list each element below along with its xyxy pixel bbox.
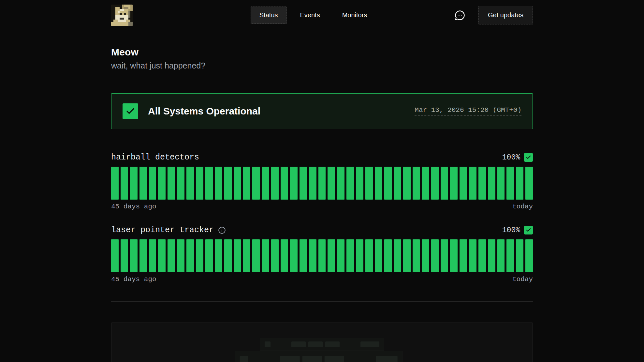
uptime-bar[interactable] <box>111 239 119 272</box>
uptime-bar[interactable] <box>441 167 448 200</box>
uptime-bar[interactable] <box>281 239 288 272</box>
uptime-bar[interactable] <box>186 239 194 272</box>
uptime-bar[interactable] <box>205 167 213 200</box>
uptime-bar[interactable] <box>394 167 401 200</box>
uptime-bar[interactable] <box>403 239 411 272</box>
tab-events[interactable]: Events <box>291 7 329 24</box>
uptime-bar[interactable] <box>497 167 505 200</box>
uptime-bar[interactable] <box>243 239 250 272</box>
uptime-bar[interactable] <box>262 167 269 200</box>
uptime-bar[interactable] <box>196 167 203 200</box>
uptime-bar[interactable] <box>149 167 156 200</box>
preview-pill <box>325 356 344 362</box>
uptime-bar[interactable] <box>497 239 505 272</box>
uptime-bar[interactable] <box>205 239 213 272</box>
uptime-bar[interactable] <box>346 167 354 200</box>
uptime-bar[interactable] <box>121 167 128 200</box>
uptime-bar[interactable] <box>488 239 495 272</box>
uptime-bar[interactable] <box>290 239 298 272</box>
uptime-bar[interactable] <box>413 167 420 200</box>
uptime-bar[interactable] <box>300 239 307 272</box>
uptime-bar[interactable] <box>300 167 307 200</box>
uptime-bar[interactable] <box>196 239 203 272</box>
uptime-bar[interactable] <box>460 239 467 272</box>
uptime-bar[interactable] <box>130 239 138 272</box>
uptime-bar[interactable] <box>422 167 429 200</box>
uptime-bar[interactable] <box>318 239 326 272</box>
uptime-bar[interactable] <box>168 167 175 200</box>
uptime-bar[interactable] <box>224 167 232 200</box>
uptime-bar[interactable] <box>139 239 147 272</box>
uptime-bar[interactable] <box>450 167 458 200</box>
uptime-bar[interactable] <box>318 167 326 200</box>
uptime-bar[interactable] <box>252 239 260 272</box>
uptime-bar[interactable] <box>506 239 514 272</box>
uptime-bar[interactable] <box>516 167 523 200</box>
uptime-bar[interactable] <box>130 167 138 200</box>
info-icon[interactable] <box>218 226 226 234</box>
tab-monitors[interactable]: Monitors <box>333 7 376 24</box>
uptime-bar[interactable] <box>234 167 241 200</box>
uptime-bar[interactable] <box>516 239 523 272</box>
status-timestamp[interactable]: Mar 13, 2026 15:20 (GMT+0) <box>415 106 521 116</box>
check-icon <box>123 103 138 119</box>
uptime-bar[interactable] <box>158 239 166 272</box>
uptime-bar[interactable] <box>384 167 392 200</box>
uptime-bar[interactable] <box>525 167 533 200</box>
uptime-bar[interactable] <box>478 167 486 200</box>
uptime-bar[interactable] <box>413 239 420 272</box>
uptime-bar[interactable] <box>149 239 156 272</box>
uptime-bar[interactable] <box>139 167 147 200</box>
tab-status[interactable]: Status <box>251 7 287 24</box>
uptime-bar[interactable] <box>488 167 495 200</box>
uptime-bar[interactable] <box>478 239 486 272</box>
uptime-bar[interactable] <box>365 239 373 272</box>
uptime-bar[interactable] <box>177 239 184 272</box>
uptime-bar[interactable] <box>403 167 411 200</box>
uptime-bar[interactable] <box>281 167 288 200</box>
uptime-bar[interactable] <box>234 239 241 272</box>
uptime-bar[interactable] <box>441 239 448 272</box>
uptime-bar[interactable] <box>271 167 279 200</box>
uptime-bar[interactable] <box>469 167 476 200</box>
uptime-bar[interactable] <box>271 239 279 272</box>
uptime-bar[interactable] <box>375 239 382 272</box>
cat-logo[interactable] <box>111 5 133 26</box>
uptime-bar[interactable] <box>356 167 363 200</box>
uptime-bar[interactable] <box>215 239 222 272</box>
uptime-bar[interactable] <box>158 167 166 200</box>
uptime-bar[interactable] <box>290 167 298 200</box>
uptime-bar[interactable] <box>121 239 128 272</box>
uptime-bar[interactable] <box>337 167 344 200</box>
uptime-bar[interactable] <box>394 239 401 272</box>
uptime-bar[interactable] <box>111 167 119 200</box>
uptime-bar[interactable] <box>431 167 439 200</box>
uptime-bar[interactable] <box>309 239 316 272</box>
uptime-bar[interactable] <box>262 239 269 272</box>
uptime-bar[interactable] <box>469 239 476 272</box>
uptime-bar[interactable] <box>431 239 439 272</box>
uptime-bar[interactable] <box>309 167 316 200</box>
uptime-bar[interactable] <box>346 239 354 272</box>
uptime-bar[interactable] <box>177 167 184 200</box>
uptime-bar[interactable] <box>215 167 222 200</box>
uptime-bar[interactable] <box>168 239 175 272</box>
uptime-bar[interactable] <box>328 239 335 272</box>
uptime-bar[interactable] <box>460 167 467 200</box>
uptime-bar[interactable] <box>337 239 344 272</box>
uptime-bar[interactable] <box>243 167 250 200</box>
uptime-bar[interactable] <box>422 239 429 272</box>
uptime-bar[interactable] <box>525 239 533 272</box>
uptime-bar[interactable] <box>365 167 373 200</box>
uptime-bar[interactable] <box>450 239 458 272</box>
get-updates-button[interactable]: Get updates <box>478 6 533 24</box>
uptime-bar[interactable] <box>186 167 194 200</box>
uptime-bar[interactable] <box>328 167 335 200</box>
feedback-chat-button[interactable] <box>452 8 467 23</box>
uptime-bar[interactable] <box>384 239 392 272</box>
uptime-bar[interactable] <box>224 239 232 272</box>
uptime-bar[interactable] <box>375 167 382 200</box>
uptime-bar[interactable] <box>252 167 260 200</box>
uptime-bar[interactable] <box>506 167 514 200</box>
uptime-bar[interactable] <box>356 239 363 272</box>
